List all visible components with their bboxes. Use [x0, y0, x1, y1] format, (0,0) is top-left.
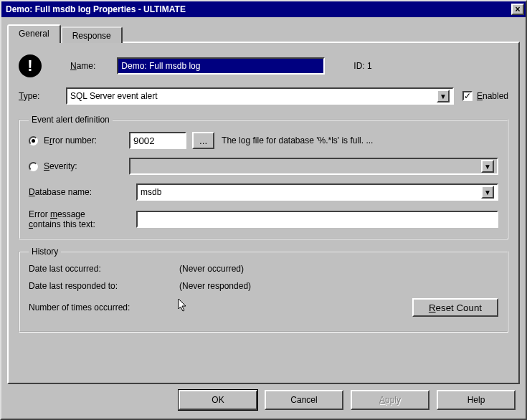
tab-general[interactable]: General [7, 24, 61, 43]
error-message-contains-input[interactable] [136, 211, 498, 228]
severity-radio-row: Severity: [29, 161, 129, 171]
id-label: ID: 1 [353, 61, 371, 71]
tab-panel-general: ! Name: Demo: Full msdb log ID: 1 Type: … [7, 42, 520, 384]
error-number-input[interactable] [129, 132, 186, 149]
dialog-button-row: OK Cancel Apply Help [7, 384, 520, 413]
error-number-description: The log file for database '%.*ls' is ful… [222, 135, 498, 145]
chevron-down-icon[interactable]: ▼ [437, 90, 450, 102]
database-name-combobox[interactable]: msdb ▼ [136, 183, 498, 201]
cursor-icon [179, 301, 189, 314]
name-input[interactable]: Demo: Full msdb log [117, 57, 325, 75]
tabs: General Response [7, 24, 520, 43]
severity-label: Severity: [44, 161, 77, 171]
enabled-checkbox[interactable]: ✓ [462, 91, 473, 101]
tab-response[interactable]: Response [61, 27, 123, 43]
close-button[interactable]: × [511, 4, 524, 15]
type-label: Type: [19, 91, 59, 101]
type-value: SQL Server event alert [70, 91, 158, 101]
number-of-times-occurred-label: Number of times occurred: [29, 302, 179, 312]
svg-marker-0 [179, 299, 186, 311]
chevron-down-icon[interactable]: ▼ [481, 186, 494, 199]
severity-combobox: ▼ [129, 158, 498, 175]
error-number-radio-row: Error number: [29, 135, 129, 145]
window-title: Demo: Full msdb log Properties - ULTIMAT… [6, 4, 511, 14]
name-label: Name: [70, 61, 95, 71]
alert-icon: ! [19, 54, 42, 77]
error-message-contains-label: Error message contains this text: [29, 209, 136, 229]
database-name-value: msdb [141, 187, 161, 197]
type-combobox[interactable]: SQL Server event alert ▼ [66, 87, 454, 105]
date-last-occurred-value: (Never occurred) [179, 264, 244, 274]
reset-count-button[interactable]: Reset Count [412, 298, 498, 317]
date-last-occurred-label: Date last occurred: [29, 264, 179, 274]
chevron-down-icon: ▼ [481, 160, 494, 173]
titlebar: Demo: Full msdb log Properties - ULTIMAT… [1, 1, 526, 17]
error-number-browse-button[interactable]: ... [192, 132, 214, 149]
enabled-label: Enabled [477, 91, 508, 101]
severity-radio[interactable] [29, 162, 38, 171]
event-alert-definition-legend: Event alert definition [29, 115, 113, 125]
error-number-radio[interactable] [29, 136, 38, 145]
date-last-responded-label: Date last responded to: [29, 281, 179, 291]
history-group: History Date last occurred: (Never occur… [19, 247, 508, 333]
ok-button[interactable]: OK [179, 390, 257, 410]
apply-button: Apply [351, 390, 429, 410]
error-number-label: Error number: [44, 135, 97, 145]
database-name-label: Database name: [29, 187, 136, 197]
history-legend: History [29, 247, 61, 257]
cancel-button[interactable]: Cancel [265, 390, 343, 410]
help-button[interactable]: Help [437, 390, 516, 410]
date-last-responded-value: (Never responded) [179, 281, 251, 291]
event-alert-definition-group: Event alert definition Error number: ...… [19, 115, 508, 239]
